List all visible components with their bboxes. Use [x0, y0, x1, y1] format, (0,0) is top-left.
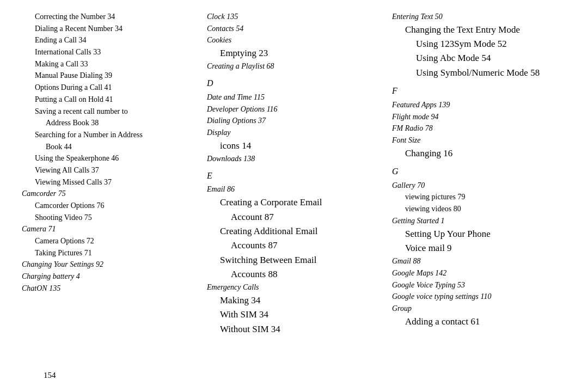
list-item: FM Radio 78 [392, 122, 566, 134]
list-item: Setting Up Your Phone [392, 227, 566, 241]
list-item: Emptying 23 [207, 46, 381, 60]
list-item: Group [392, 303, 566, 315]
list-item: Without SIM 34 [207, 322, 381, 336]
list-item: Charging battery 4 [22, 271, 196, 283]
list-item: F [392, 84, 566, 98]
list-item: Manual Pause Dialing 39 [22, 70, 196, 82]
list-item: Dialing Options 37 [207, 115, 381, 127]
list-item: Ending a Call 34 [22, 34, 196, 46]
column-1: Correcting the Number 34Dialing a Recent… [16, 11, 201, 381]
list-item: Getting Started 1 [392, 215, 566, 227]
list-item: Font Size [392, 134, 566, 146]
list-item: Accounts 88 [207, 267, 381, 281]
list-item: Cookies [207, 34, 381, 46]
list-item: Contacts 54 [207, 23, 381, 35]
list-item: Switching Between Email [207, 253, 381, 267]
list-item: Creating a Playlist 68 [207, 60, 381, 72]
list-item: icons 14 [207, 139, 381, 153]
list-item: Downloads 138 [207, 153, 381, 165]
list-item: E [207, 169, 381, 183]
column-2: Clock 135Contacts 54CookiesEmptying 23Cr… [201, 11, 387, 381]
page-number: 154 [44, 371, 56, 380]
list-item: Clock 135 [207, 11, 381, 23]
list-item: Gallery 70 [392, 180, 566, 192]
list-item: Date and Time 115 [207, 91, 381, 103]
list-item: Taking Pictures 71 [22, 247, 196, 259]
list-item: Using Symbol/Numeric Mode 58 [392, 66, 566, 80]
list-item: With SIM 34 [207, 308, 381, 322]
list-item: Shooting Video 75 [22, 212, 196, 224]
index-page: Correcting the Number 34Dialing a Recent… [0, 0, 588, 392]
list-item: Voice mail 9 [392, 241, 566, 255]
list-item: Google Maps 142 [392, 267, 566, 279]
list-item: Camcorder 75 [22, 188, 196, 200]
list-item: Saving a recent call number to [22, 106, 196, 118]
list-item: Google Voice Typing 53 [392, 279, 566, 291]
list-item: Adding a contact 61 [392, 315, 566, 329]
list-item: Using the Speakerphone 46 [22, 152, 196, 164]
list-item: Book 44 [22, 141, 196, 153]
list-item: Creating a Corporate Email [207, 195, 381, 210]
list-item: Address Book 38 [22, 117, 196, 129]
list-item: Account 87 [207, 210, 381, 224]
list-item: Viewing All Calls 37 [22, 164, 196, 176]
list-item: Accounts 87 [207, 238, 381, 253]
list-item: Changing Your Settings 92 [22, 259, 196, 271]
list-item: Gmail 88 [392, 255, 566, 267]
list-item: Making 34 [207, 293, 381, 308]
list-item: Camcorder Options 76 [22, 200, 196, 212]
list-item: Using Abc Mode 54 [392, 51, 566, 65]
list-item: Developer Options 116 [207, 103, 381, 115]
list-item: Creating Additional Email [207, 224, 381, 238]
list-item: Email 86 [207, 183, 381, 195]
list-item: Using 123Sym Mode 52 [392, 37, 566, 51]
list-item: G [392, 165, 566, 179]
list-item: Emergency Calls [207, 281, 381, 293]
column-3: Entering Text 50Changing the Text Entry … [387, 11, 572, 381]
list-item: Camera Options 72 [22, 235, 196, 247]
list-item: Options During a Call 41 [22, 82, 196, 94]
list-item: Correcting the Number 34 [22, 11, 196, 23]
list-item: Google voice typing settings 110 [392, 291, 566, 303]
list-item: Changing 16 [392, 146, 566, 161]
list-item: Camera 71 [22, 223, 196, 235]
list-item: Searching for a Number in Address [22, 129, 196, 141]
list-item: Putting a Call on Hold 41 [22, 94, 196, 106]
list-item: International Calls 33 [22, 46, 196, 58]
list-item: Dialing a Recent Number 34 [22, 23, 196, 35]
list-item: Making a Call 33 [22, 58, 196, 70]
list-item: Viewing Missed Calls 37 [22, 176, 196, 188]
list-item: Changing the Text Entry Mode [392, 23, 566, 37]
list-item: D [207, 77, 381, 90]
list-item: Display [207, 127, 381, 139]
list-item: viewing pictures 79 [392, 191, 566, 203]
list-item: viewing videos 80 [392, 203, 566, 215]
list-item: Featured Apps 139 [392, 99, 566, 111]
list-item: Flight mode 94 [392, 111, 566, 123]
list-item: ChatON 135 [22, 283, 196, 295]
list-item: Entering Text 50 [392, 11, 566, 23]
